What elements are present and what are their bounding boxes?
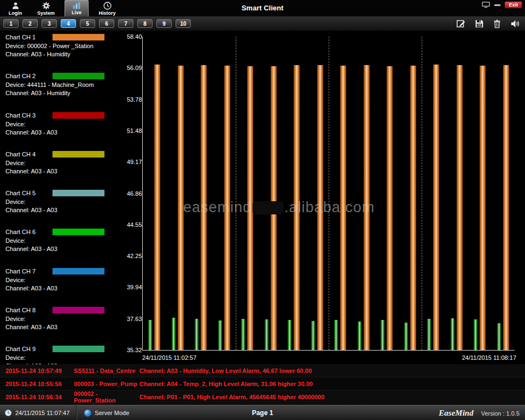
bar-group bbox=[265, 37, 277, 350]
channel-title-row: Chart CH 4 bbox=[5, 150, 127, 158]
channel-title-row: Chart CH 1 bbox=[5, 33, 127, 41]
bar-ch2-humidity bbox=[451, 318, 454, 350]
alarm-device: 000002 - Power_Station bbox=[74, 390, 139, 404]
tab-8[interactable]: 8 bbox=[137, 19, 153, 28]
channel-item: Chart CH 3Device:Channel: A03 - A03 bbox=[0, 109, 127, 148]
status-time: 24/11/2015 11:07:47 bbox=[15, 410, 69, 416]
plot-area bbox=[142, 37, 515, 351]
main-toolbar: Login System Live History bbox=[3, 0, 119, 16]
display-switch-button[interactable] bbox=[482, 2, 490, 8]
channel-name: Chart CH 8 bbox=[5, 307, 52, 313]
exit-button[interactable]: Exit bbox=[505, 2, 522, 8]
bar-group bbox=[497, 37, 509, 350]
channel-title-row: Chart CH 8 bbox=[5, 306, 127, 314]
bar-ch2-humidity bbox=[497, 323, 501, 350]
app-title: Smart Client bbox=[164, 4, 361, 12]
window-controls: Exit bbox=[482, 2, 522, 8]
sound-button[interactable] bbox=[510, 19, 521, 28]
y-tick-label: 58.40 bbox=[127, 33, 141, 40]
bar-group bbox=[241, 37, 253, 350]
history-button[interactable]: History bbox=[95, 0, 119, 18]
channel-item: Chart CH 8Device:Channel: A03 - A03 bbox=[0, 304, 127, 343]
bar-ch1-humidity bbox=[503, 65, 509, 350]
bar-ch1-humidity bbox=[224, 66, 230, 350]
channel-name: Chart CH 5 bbox=[5, 190, 52, 196]
y-tick-label: 37.63 bbox=[127, 316, 141, 322]
bar-group bbox=[195, 37, 207, 350]
tab-3[interactable]: 3 bbox=[42, 19, 57, 28]
alarm-row[interactable]: 2015-11-24 10:55:56000003 - Power_PumpCh… bbox=[0, 377, 525, 390]
brand-logo: EaseMind bbox=[439, 409, 473, 418]
channel-title-row: Chart CH 7 bbox=[5, 267, 127, 275]
bar-group bbox=[474, 37, 486, 350]
bar-group bbox=[358, 37, 370, 350]
channel-name: Chart CH 1 bbox=[5, 34, 52, 40]
clock-icon bbox=[4, 409, 12, 417]
display-icon bbox=[482, 2, 490, 8]
status-right-section: EaseMind Version : 1.0.5 bbox=[439, 409, 525, 418]
tab-2[interactable]: 2 bbox=[22, 19, 38, 28]
channel-color-swatch bbox=[52, 190, 104, 196]
bar-group bbox=[381, 37, 393, 350]
save-button[interactable] bbox=[475, 19, 484, 28]
y-tick-label: 53.78 bbox=[127, 96, 141, 103]
history-clock-icon bbox=[103, 1, 112, 10]
login-icon bbox=[11, 1, 20, 10]
minimize-icon[interactable] bbox=[494, 4, 500, 6]
delete-button[interactable] bbox=[493, 19, 501, 28]
title-bar: Login System Live History Smart Client E… bbox=[0, 0, 525, 16]
bar-ch2-humidity bbox=[334, 320, 338, 350]
history-label: History bbox=[98, 10, 115, 16]
alarm-list: 2015-11-24 10:57:49SS5111 - Data_CentreC… bbox=[0, 364, 525, 404]
alarm-row[interactable]: 2015-11-24 10:57:49SS5111 - Data_CentreC… bbox=[0, 364, 525, 377]
channel-item: Chart CH 7Device:Channel: A03 - A03 bbox=[0, 265, 127, 304]
channel-channel-label: Channel: A03 - A03 bbox=[5, 207, 127, 213]
channel-color-swatch bbox=[52, 151, 104, 158]
tab-10[interactable]: 10 bbox=[176, 19, 191, 28]
y-tick-label: 42.25 bbox=[127, 253, 141, 259]
channel-item: Chart CH 6Device:Channel: A03 - A03 bbox=[0, 226, 127, 265]
channel-color-swatch bbox=[52, 268, 104, 275]
status-mode: Server Mode bbox=[95, 410, 129, 416]
channel-name: Chart CH 9 bbox=[5, 346, 52, 352]
status-mode-section: Server Mode bbox=[77, 405, 137, 420]
channel-device-label: Device: bbox=[5, 316, 127, 322]
edit-button[interactable] bbox=[456, 19, 466, 28]
channel-item: Chart CH 5Device:Channel: A03 - A03 bbox=[0, 187, 127, 226]
bar-group bbox=[427, 37, 439, 350]
y-tick-label: 46.86 bbox=[127, 190, 141, 197]
system-button[interactable]: System bbox=[34, 0, 58, 18]
tab-5[interactable]: 5 bbox=[80, 19, 95, 28]
speaker-icon bbox=[510, 19, 521, 28]
status-bar: 24/11/2015 11:07:47 Server Mode Page 1 E… bbox=[0, 405, 525, 420]
bar-ch2-humidity bbox=[195, 319, 199, 350]
channel-device-label: Device: bbox=[5, 354, 127, 361]
tab-4[interactable]: 4 bbox=[61, 19, 76, 28]
channel-device-label: Device: bbox=[5, 237, 127, 244]
bar-ch2-humidity bbox=[474, 319, 477, 350]
channel-device-label: Device: bbox=[5, 160, 127, 166]
channel-item: Chart CH 4Device:Channel: A03 - A03 bbox=[0, 148, 127, 187]
tab-1[interactable]: 1 bbox=[3, 19, 19, 28]
channel-title-row: Chart CH 5 bbox=[5, 189, 127, 197]
y-tick-label: 44.55 bbox=[127, 221, 141, 228]
chart-area: 58.4056.0953.7851.4849.1746.8644.5542.25… bbox=[127, 31, 525, 363]
bar-ch2-humidity bbox=[381, 320, 384, 350]
channel-channel-label: Channel: A03 - A03 bbox=[5, 246, 127, 252]
channel-device-label: Device: 444111 - Machine_Room bbox=[5, 81, 127, 88]
bar-group bbox=[288, 37, 300, 350]
smart-client-window: Login System Live History Smart Client E… bbox=[0, 0, 525, 420]
tab-7[interactable]: 7 bbox=[118, 19, 133, 28]
bar-ch2-humidity bbox=[218, 320, 222, 350]
login-button[interactable]: Login bbox=[3, 0, 27, 18]
bar-group bbox=[404, 37, 416, 350]
channel-device-label: Device: bbox=[5, 121, 127, 127]
tab-6[interactable]: 6 bbox=[99, 19, 114, 28]
alarm-row[interactable]: 2015-11-24 10:56:34000002 - Power_Statio… bbox=[0, 390, 525, 404]
channel-color-swatch bbox=[52, 229, 104, 235]
bar-ch1-humidity bbox=[201, 65, 207, 350]
live-button[interactable]: Live bbox=[65, 0, 89, 18]
bar-ch2-humidity bbox=[288, 320, 291, 350]
y-tick-label: 56.09 bbox=[127, 65, 141, 71]
tab-9[interactable]: 9 bbox=[156, 19, 172, 28]
